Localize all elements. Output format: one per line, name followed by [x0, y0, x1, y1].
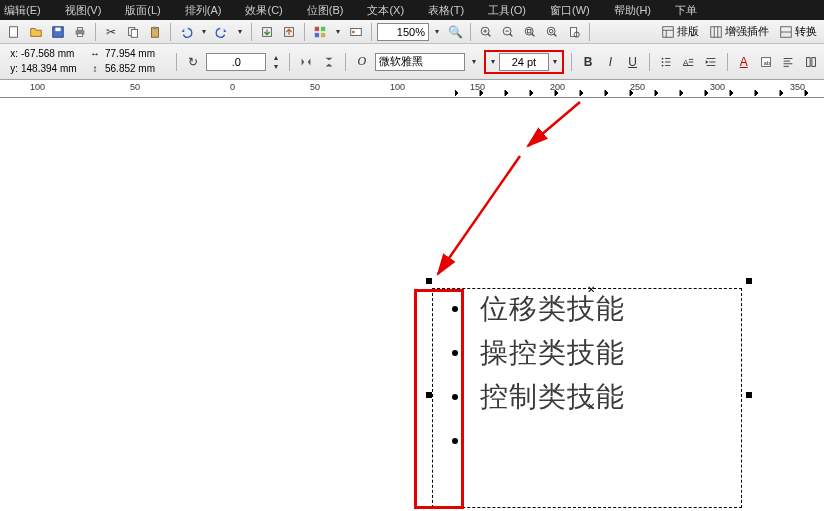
italic-icon[interactable]: I	[601, 52, 619, 72]
y-value[interactable]: 148.394 mm	[21, 62, 85, 76]
sel-handle-tl[interactable]	[426, 278, 432, 284]
columns-icon[interactable]	[802, 52, 820, 72]
horizontal-ruler[interactable]: 100 50 0 50 100 150 200 250 300 350	[0, 80, 824, 98]
svg-rect-4	[77, 27, 82, 30]
annotation-box-bullets	[414, 289, 464, 509]
rotate-icon: ↻	[184, 52, 202, 72]
separator	[649, 53, 650, 71]
copy-icon[interactable]	[123, 22, 143, 42]
text-line[interactable]: 操控类技能	[432, 331, 742, 375]
export-icon[interactable]	[279, 22, 299, 42]
text-content: 操控类技能	[480, 334, 625, 372]
rotate-down[interactable]: ▾	[270, 62, 282, 71]
menu-order[interactable]: 下单	[675, 3, 709, 18]
menu-bitmap[interactable]: 位图(B)	[307, 3, 356, 18]
svg-rect-0	[10, 26, 18, 37]
separator	[170, 23, 171, 41]
canvas-area[interactable]: ✕ ✕ 位移类技能 操控类技能 控制类技能	[0, 98, 824, 511]
zoom-selection-icon[interactable]	[520, 22, 540, 42]
rotation-input[interactable]	[206, 53, 266, 71]
separator	[727, 53, 728, 71]
indent-inc-icon[interactable]	[701, 52, 719, 72]
redo-dropdown[interactable]: ▾	[234, 23, 246, 41]
new-icon[interactable]	[4, 22, 24, 42]
plugin-button[interactable]: 增强插件	[706, 24, 772, 39]
bold-icon[interactable]: B	[579, 52, 597, 72]
ruler-mark: 50	[130, 82, 140, 92]
svg-rect-12	[315, 26, 319, 30]
font-size-input[interactable]	[499, 53, 549, 71]
menu-layout[interactable]: 版面(L)	[125, 3, 172, 18]
svg-rect-14	[315, 32, 319, 36]
svg-rect-9	[153, 26, 157, 29]
welcome-icon[interactable]	[346, 22, 366, 42]
rotate-up[interactable]: ▴	[270, 53, 282, 62]
text-frame[interactable]: 位移类技能 操控类技能 控制类技能	[432, 287, 742, 463]
zoom-input[interactable]	[377, 23, 429, 41]
text-line[interactable]: 位移类技能	[432, 287, 742, 331]
separator	[589, 23, 590, 41]
launcher-dropdown[interactable]: ▾	[332, 23, 344, 41]
width-icon: ↔	[88, 47, 102, 61]
sel-handle-mr[interactable]	[746, 392, 752, 398]
width-value[interactable]: 77.954 mm	[105, 47, 169, 61]
zoom-in-icon[interactable]	[476, 22, 496, 42]
text-content: 位移类技能	[480, 290, 625, 328]
paste-icon[interactable]	[145, 22, 165, 42]
text-line[interactable]: 控制类技能	[432, 375, 742, 419]
char-format-icon[interactable]: A	[735, 52, 753, 72]
svg-rect-2	[55, 27, 60, 31]
text-line[interactable]	[432, 419, 742, 463]
separator	[251, 23, 252, 41]
mirror-v-icon[interactable]	[319, 52, 337, 72]
separator	[304, 23, 305, 41]
menu-view[interactable]: 视图(V)	[65, 3, 114, 18]
redo-icon[interactable]	[212, 22, 232, 42]
height-value[interactable]: 56.852 mm	[105, 62, 169, 76]
svg-line-37	[528, 102, 580, 146]
zoom-out-icon[interactable]	[498, 22, 518, 42]
position-coords: x:-67.568 mm↔77.954 mm y:148.394 mm↕56.8…	[4, 47, 169, 76]
svg-rect-26	[663, 26, 674, 37]
cut-icon[interactable]: ✂	[101, 22, 121, 42]
separator	[289, 53, 290, 71]
bullet-list-icon[interactable]	[657, 52, 675, 72]
zoom-tool-icon[interactable]: 🔍	[445, 22, 465, 42]
svg-line-38	[438, 156, 520, 274]
menu-text[interactable]: 文本(X)	[367, 3, 416, 18]
sel-handle-tr[interactable]	[746, 278, 752, 284]
menu-edit[interactable]: 编辑(E)	[4, 3, 53, 18]
menu-table[interactable]: 表格(T)	[428, 3, 476, 18]
dropcap-icon[interactable]: A	[679, 52, 697, 72]
import-icon[interactable]	[257, 22, 277, 42]
undo-dropdown[interactable]: ▾	[198, 23, 210, 41]
font-family-dropdown[interactable]: ▾	[469, 53, 480, 71]
menu-arrange[interactable]: 排列(A)	[185, 3, 234, 18]
x-value[interactable]: -67.568 mm	[21, 47, 85, 61]
separator	[95, 23, 96, 41]
align-options-icon[interactable]	[779, 52, 797, 72]
mirror-h-icon[interactable]	[297, 52, 315, 72]
convert-button[interactable]: 转换	[776, 24, 820, 39]
font-size-dropdown-left[interactable]: ▾	[487, 53, 499, 71]
undo-icon[interactable]	[176, 22, 196, 42]
text-content: 控制类技能	[480, 378, 625, 416]
font-size-dropdown[interactable]: ▾	[549, 53, 561, 71]
print-icon[interactable]	[70, 22, 90, 42]
menu-window[interactable]: 窗口(W)	[550, 3, 602, 18]
font-family-input[interactable]	[375, 53, 465, 71]
save-icon[interactable]	[48, 22, 68, 42]
app-launcher-icon[interactable]	[310, 22, 330, 42]
underline-icon[interactable]: U	[623, 52, 641, 72]
menu-tools[interactable]: 工具(O)	[488, 3, 538, 18]
zoom-dropdown[interactable]: ▾	[431, 23, 443, 41]
ruler-mark: 0	[230, 82, 235, 92]
zoom-all-icon[interactable]	[542, 22, 562, 42]
right-buttons: 排版 增强插件 转换	[658, 24, 820, 39]
menu-help[interactable]: 帮助(H)	[614, 3, 663, 18]
zoom-page-icon[interactable]	[564, 22, 584, 42]
menu-effects[interactable]: 效果(C)	[245, 3, 294, 18]
open-icon[interactable]	[26, 22, 46, 42]
text-edit-icon[interactable]: ab	[757, 52, 775, 72]
layout-button[interactable]: 排版	[658, 24, 702, 39]
